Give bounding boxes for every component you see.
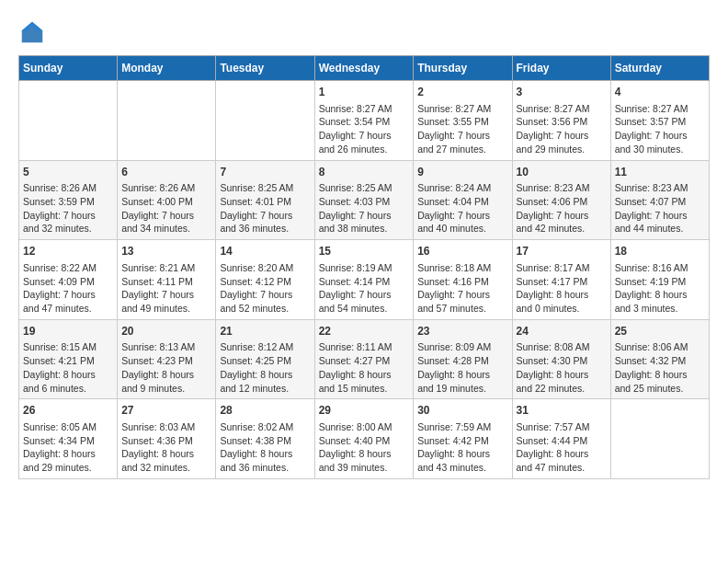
day-info: Sunset: 4:36 PM [121, 435, 193, 446]
calendar-cell: 13Sunrise: 8:21 AMSunset: 4:11 PMDayligh… [118, 240, 216, 320]
day-number: 4 [615, 85, 705, 100]
day-number: 5 [23, 165, 113, 180]
day-info: Daylight: 7 hours and 26 minutes. [319, 130, 392, 155]
day-info: Sunrise: 8:23 AM [615, 182, 688, 193]
weekday-header: Tuesday [216, 56, 314, 81]
day-info: Sunrise: 7:59 AM [417, 421, 491, 432]
day-info: Daylight: 8 hours and 6 minutes. [23, 369, 96, 394]
calendar-week-row: 1Sunrise: 8:27 AMSunset: 3:54 PMDaylight… [19, 81, 710, 161]
day-number: 23 [417, 324, 507, 339]
day-info: Sunset: 3:57 PM [615, 116, 687, 127]
day-info: Sunrise: 8:24 AM [417, 182, 491, 193]
day-number: 16 [417, 244, 507, 259]
day-info: Daylight: 7 hours and 38 minutes. [319, 210, 392, 235]
calendar-cell: 31Sunrise: 7:57 AMSunset: 4:44 PMDayligh… [512, 399, 610, 479]
page-header [18, 18, 710, 46]
day-info: Sunrise: 8:27 AM [517, 103, 590, 114]
calendar-cell: 1Sunrise: 8:27 AMSunset: 3:54 PMDaylight… [314, 81, 414, 161]
calendar-week-row: 26Sunrise: 8:05 AMSunset: 4:34 PMDayligh… [19, 399, 710, 479]
day-info: Sunrise: 8:23 AM [517, 182, 590, 193]
day-info: Sunset: 4:30 PM [517, 355, 588, 366]
calendar-cell: 17Sunrise: 8:17 AMSunset: 4:17 PMDayligh… [512, 240, 610, 320]
day-info: Sunset: 4:12 PM [220, 276, 291, 287]
day-number: 10 [517, 165, 607, 180]
day-info: Sunrise: 8:25 AM [220, 182, 293, 193]
day-info: Sunset: 4:06 PM [517, 196, 588, 207]
day-info: Daylight: 7 hours and 47 minutes. [23, 289, 96, 314]
day-info: Sunset: 4:40 PM [319, 435, 391, 446]
day-info: Daylight: 7 hours and 52 minutes. [220, 289, 292, 314]
calendar-week-row: 5Sunrise: 8:26 AMSunset: 3:59 PMDaylight… [19, 160, 710, 240]
day-info: Sunrise: 8:03 AM [121, 421, 195, 432]
day-info: Sunrise: 8:27 AM [319, 103, 392, 114]
day-info: Sunset: 4:34 PM [23, 435, 95, 446]
day-info: Daylight: 7 hours and 36 minutes. [220, 210, 292, 235]
calendar-cell: 15Sunrise: 8:19 AMSunset: 4:14 PMDayligh… [314, 240, 414, 320]
day-info: Sunset: 4:16 PM [417, 276, 489, 287]
calendar-cell: 10Sunrise: 8:23 AMSunset: 4:06 PMDayligh… [512, 160, 610, 240]
day-info: Sunset: 4:01 PM [220, 196, 291, 207]
day-info: Sunset: 4:21 PM [23, 355, 95, 366]
day-number: 13 [121, 244, 211, 259]
day-info: Sunrise: 8:19 AM [319, 262, 392, 273]
calendar-cell: 19Sunrise: 8:15 AMSunset: 4:21 PMDayligh… [19, 319, 118, 399]
day-info: Daylight: 8 hours and 0 minutes. [517, 289, 589, 314]
day-info: Sunrise: 8:16 AM [615, 262, 688, 273]
calendar-cell: 26Sunrise: 8:05 AMSunset: 4:34 PMDayligh… [19, 399, 118, 479]
day-info: Daylight: 8 hours and 47 minutes. [517, 448, 589, 473]
day-number: 27 [121, 403, 211, 419]
day-info: Sunset: 4:38 PM [220, 435, 291, 446]
day-number: 25 [615, 324, 705, 339]
day-info: Sunset: 3:55 PM [417, 116, 489, 127]
day-info: Daylight: 7 hours and 42 minutes. [517, 210, 589, 235]
day-info: Sunrise: 8:06 AM [615, 341, 688, 352]
calendar-table: SundayMondayTuesdayWednesdayThursdayFrid… [18, 55, 710, 479]
day-info: Daylight: 7 hours and 54 minutes. [319, 289, 392, 314]
day-info: Daylight: 7 hours and 30 minutes. [615, 130, 688, 155]
day-number: 26 [23, 403, 113, 419]
calendar-cell [118, 81, 216, 161]
day-info: Sunrise: 8:20 AM [220, 262, 293, 273]
logo [18, 18, 50, 46]
calendar-cell [19, 81, 118, 161]
day-info: Sunrise: 8:22 AM [23, 262, 97, 273]
day-number: 29 [319, 403, 410, 419]
day-info: Sunset: 3:56 PM [517, 116, 588, 127]
calendar-cell: 28Sunrise: 8:02 AMSunset: 4:38 PMDayligh… [216, 399, 314, 479]
day-number: 15 [319, 244, 410, 259]
day-info: Daylight: 8 hours and 9 minutes. [121, 369, 194, 394]
day-number: 8 [319, 165, 410, 180]
day-info: Daylight: 7 hours and 27 minutes. [417, 130, 490, 155]
day-number: 18 [615, 244, 705, 259]
day-info: Daylight: 8 hours and 29 minutes. [23, 448, 96, 473]
calendar-cell [216, 81, 314, 161]
day-info: Daylight: 8 hours and 39 minutes. [319, 448, 392, 473]
day-number: 3 [517, 85, 607, 100]
day-info: Daylight: 8 hours and 22 minutes. [517, 369, 589, 394]
calendar-cell: 20Sunrise: 8:13 AMSunset: 4:23 PMDayligh… [118, 319, 216, 399]
day-info: Sunrise: 8:25 AM [319, 182, 392, 193]
day-info: Sunrise: 8:27 AM [417, 103, 491, 114]
weekday-header: Thursday [414, 56, 512, 81]
day-info: Daylight: 8 hours and 12 minutes. [220, 369, 292, 394]
calendar-cell: 22Sunrise: 8:11 AMSunset: 4:27 PMDayligh… [314, 319, 414, 399]
calendar-cell: 3Sunrise: 8:27 AMSunset: 3:56 PMDaylight… [512, 81, 610, 161]
day-info: Sunset: 4:23 PM [121, 355, 193, 366]
day-info: Sunrise: 7:57 AM [517, 421, 590, 432]
calendar-cell: 6Sunrise: 8:26 AMSunset: 4:00 PMDaylight… [118, 160, 216, 240]
day-number: 21 [220, 324, 310, 339]
day-info: Sunrise: 8:11 AM [319, 341, 392, 352]
weekday-header: Friday [512, 56, 610, 81]
day-info: Sunrise: 8:12 AM [220, 341, 293, 352]
day-info: Daylight: 8 hours and 32 minutes. [121, 448, 194, 473]
day-info: Sunrise: 8:08 AM [517, 341, 590, 352]
day-info: Sunrise: 8:02 AM [220, 421, 293, 432]
day-info: Sunset: 4:28 PM [417, 355, 489, 366]
calendar-cell: 27Sunrise: 8:03 AMSunset: 4:36 PMDayligh… [118, 399, 216, 479]
calendar-cell: 12Sunrise: 8:22 AMSunset: 4:09 PMDayligh… [19, 240, 118, 320]
day-info: Sunrise: 8:26 AM [121, 182, 195, 193]
day-info: Daylight: 7 hours and 57 minutes. [417, 289, 490, 314]
day-info: Sunset: 4:00 PM [121, 196, 193, 207]
weekday-header: Monday [118, 56, 216, 81]
calendar-cell: 21Sunrise: 8:12 AMSunset: 4:25 PMDayligh… [216, 319, 314, 399]
